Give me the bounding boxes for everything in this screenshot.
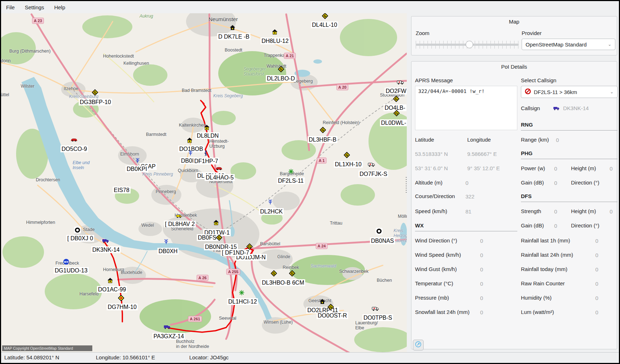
truck-navy-icon[interactable] xyxy=(102,237,109,244)
house-black-icon[interactable] xyxy=(319,298,326,305)
diamond-g-icon[interactable]: G xyxy=(393,109,400,117)
car-red-icon[interactable] xyxy=(215,164,223,172)
place-name: Seevetal xyxy=(219,316,236,321)
place-name: Wilster xyxy=(21,84,34,89)
station-label[interactable]: DL0DWL- xyxy=(380,119,407,126)
diamond-g-icon[interactable]: G xyxy=(246,243,253,250)
map-canvas[interactable]: NeumünsterHohenwestedtAukrugTrappenkampW… xyxy=(1,13,407,352)
station-label[interactable]: DO0TPB-S xyxy=(362,314,393,321)
dfs-section-title: DFS xyxy=(521,193,532,199)
diamond-g-icon[interactable]: G xyxy=(343,151,350,158)
diamond-g-icon[interactable]: G xyxy=(215,234,223,241)
station-label[interactable]: DB0KPI xyxy=(126,166,148,172)
longitude-label: Longitude xyxy=(467,137,491,143)
car-red-icon[interactable] xyxy=(70,136,78,143)
star-green-icon[interactable] xyxy=(238,289,245,296)
provider-select[interactable]: OpenStreetMap Standard ⌄ xyxy=(522,39,615,50)
station-label[interactable]: DO1AC-99 xyxy=(97,286,127,293)
station-label[interactable]: [ DB0XJ 0 xyxy=(66,235,94,242)
wx-field-value: 0 xyxy=(480,252,483,258)
runner-icon[interactable] xyxy=(202,149,209,157)
station-label[interactable]: DL4LL-10 xyxy=(311,21,338,28)
station-label[interactable]: DL4HAO-5 xyxy=(205,174,235,181)
antenna-blue-icon[interactable] xyxy=(187,149,194,156)
station-label[interactable]: PA3GXZ-14 xyxy=(152,333,185,340)
svg-text:WX: WX xyxy=(64,261,69,264)
callsign-select[interactable]: DF2LS-11 > 36km ⌄ xyxy=(521,86,617,98)
wx-field-label: Snowfall last 24h (mm) xyxy=(415,309,470,315)
station-label[interactable]: DG7HM-10 xyxy=(107,304,138,310)
station-label[interactable]: DF1HP-7 xyxy=(193,158,219,164)
altitude-label: Altitude (m) xyxy=(415,179,443,186)
station-label[interactable]: [ DL8HAV 2 xyxy=(164,221,196,227)
menu-item-help[interactable]: Help xyxy=(54,4,65,10)
station-label[interactable]: DO0OST-R xyxy=(317,312,348,319)
truck-white-icon[interactable] xyxy=(397,79,404,86)
no-entry-icon xyxy=(525,88,531,95)
station-label[interactable]: DG3BFP-10 xyxy=(79,99,112,105)
station-label[interactable]: DO2FW xyxy=(385,88,407,94)
aprs-message-box[interactable]: 322/044/A=-00001 !w_r! xyxy=(415,86,517,130)
station-label[interactable]: DB0XH xyxy=(157,248,179,255)
station-label[interactable]: DH8LU-12 xyxy=(260,38,290,44)
place-name: Kaltenkirchen xyxy=(179,123,206,128)
station-label[interactable]: [ DF1ND-7 xyxy=(221,249,250,256)
circle-o-icon[interactable] xyxy=(74,226,81,233)
station-label[interactable]: DO7FJK-S xyxy=(358,171,388,177)
station-label[interactable]: DO5CO-9 xyxy=(60,146,88,152)
station-label[interactable]: DL1XH-10 xyxy=(334,161,363,168)
diamond-red-icon[interactable] xyxy=(117,294,125,301)
station-label[interactable]: DB0NAS xyxy=(370,237,395,244)
place-name: Stade xyxy=(83,227,95,232)
diamond-g-icon[interactable]: G xyxy=(319,126,326,133)
house-yellow-icon[interactable] xyxy=(213,219,220,226)
place-name: Buxtehude xyxy=(121,270,142,275)
house-yellow-icon[interactable] xyxy=(203,124,210,131)
station-label[interactable]: DL1HCI-12 xyxy=(227,298,258,305)
speed-value: 81 xyxy=(465,208,472,215)
diamond-g-icon[interactable]: G xyxy=(327,303,334,310)
status-bar: Latitude: 54.089201° NLongitude: 10.5661… xyxy=(1,352,619,363)
station-label[interactable]: DL3HBO-B 6CM xyxy=(261,279,305,286)
wx-field-value: 0 xyxy=(595,295,598,301)
station-label[interactable]: DL8LDN xyxy=(196,132,220,139)
house-yellow-icon[interactable] xyxy=(271,28,278,35)
place-name: Kreis Segeberg xyxy=(213,93,243,98)
truck-yellow-icon[interactable] xyxy=(175,212,182,220)
station-label[interactable]: DG1UDO-13 xyxy=(54,267,89,274)
truck-navy-icon[interactable] xyxy=(163,323,171,330)
house-black-icon[interactable] xyxy=(229,24,236,31)
antenna-blue-icon[interactable] xyxy=(162,238,170,245)
truck-white-icon[interactable] xyxy=(368,161,375,168)
antenna-blue-icon[interactable] xyxy=(267,198,274,205)
place-name: Pinneberg xyxy=(156,189,176,194)
wx-field-value: 0 xyxy=(480,295,483,301)
station-label[interactable]: DF2LS-11 xyxy=(277,177,305,184)
place-name: Drochtersen xyxy=(36,177,60,182)
station-label[interactable]: DL3HBF-B xyxy=(308,136,337,143)
zoom-slider[interactable] xyxy=(416,41,519,49)
truck-white-icon[interactable] xyxy=(372,305,379,312)
antenna-blue-icon[interactable] xyxy=(134,157,141,164)
menu-item-file[interactable]: File xyxy=(6,4,15,10)
circle-o-icon[interactable] xyxy=(375,227,382,235)
wx-field-value: 0 xyxy=(595,252,598,258)
station-label[interactable]: DL2HCK xyxy=(259,208,284,215)
diamond-g-icon[interactable]: G xyxy=(392,95,400,102)
diamond-g-icon[interactable]: G xyxy=(270,270,277,277)
center-map-button[interactable] xyxy=(413,340,424,350)
house-yellow-icon[interactable] xyxy=(107,277,114,284)
house-yellow-icon[interactable] xyxy=(186,137,193,144)
station-label[interactable]: DK3NK-14 xyxy=(91,246,121,253)
star-green-icon[interactable] xyxy=(287,168,294,175)
station-label[interactable]: D DK7LE -B xyxy=(217,33,250,40)
diamond-g-icon[interactable]: G xyxy=(277,65,284,73)
station-label[interactable]: DL2LBO-D xyxy=(266,75,296,82)
station-label[interactable]: EIS78 xyxy=(113,187,131,193)
zoom-slider-handle[interactable] xyxy=(465,41,473,48)
diamond-g-icon[interactable]: G xyxy=(288,270,296,277)
diamond-g-icon[interactable]: G xyxy=(321,13,328,19)
wx-blue-icon[interactable]: WX xyxy=(63,258,70,265)
diamond-g-icon[interactable]: G xyxy=(91,89,98,96)
menu-item-settings[interactable]: Settings xyxy=(25,4,44,10)
